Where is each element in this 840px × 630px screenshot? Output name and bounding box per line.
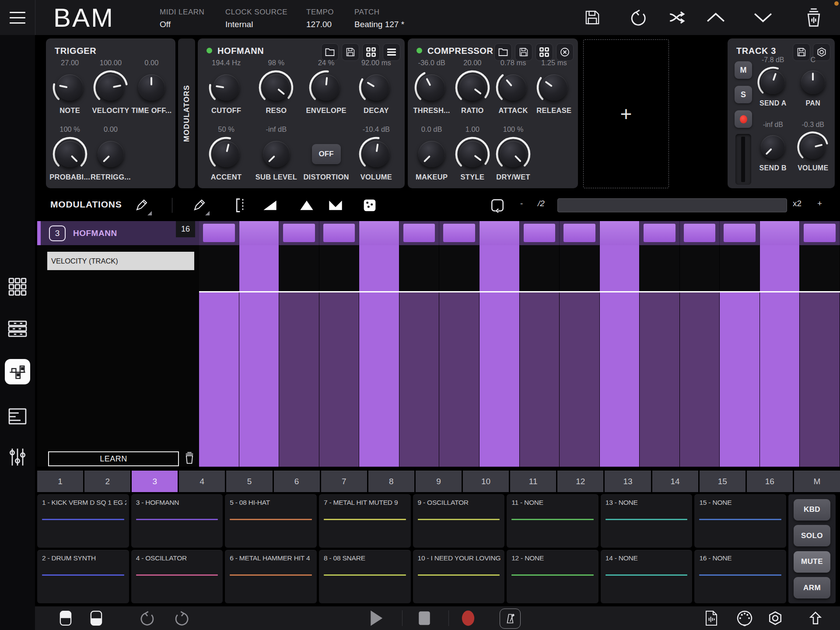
modulation-param-chip[interactable]: VELOCITY (TRACK): [47, 252, 194, 270]
knob-cutoff[interactable]: 194.4 HzCUTOFF: [208, 59, 245, 115]
track-pad-4-oscillator[interactable]: 4 - OSCILLATOR: [131, 550, 223, 603]
knob-retrigg[interactable]: 0.00RETRIGG...: [91, 125, 131, 181]
metronome-button[interactable]: [500, 609, 521, 629]
redo-icon[interactable]: [172, 609, 191, 627]
knob-reso[interactable]: 98 %RESO: [258, 59, 294, 115]
mod-step-13[interactable]: [680, 221, 720, 245]
pattern-cell-6[interactable]: 6: [274, 471, 320, 492]
velocity-bar-6[interactable]: [399, 245, 440, 467]
save-icon[interactable]: [582, 7, 603, 28]
mod-step-7[interactable]: [439, 221, 480, 245]
mod-step-9[interactable]: [520, 221, 560, 245]
collapse-down-icon[interactable]: [752, 7, 774, 28]
mod-step-10[interactable]: [560, 221, 600, 245]
loop-length-plus[interactable]: +: [817, 199, 822, 208]
undo-icon[interactable]: [629, 7, 650, 28]
loop-length-minus[interactable]: -: [520, 199, 523, 208]
audio-file-icon[interactable]: [702, 609, 721, 627]
velocity-bar-2[interactable]: [239, 245, 280, 467]
mod-step-3[interactable]: [279, 221, 319, 245]
paste-range-icon[interactable]: [232, 197, 250, 214]
velocity-bar-11[interactable]: [600, 245, 640, 467]
knob-send-b[interactable]: -inf dBSEND B: [756, 121, 790, 172]
velocity-bar-16[interactable]: [800, 245, 840, 467]
pattern-cell-16[interactable]: 16: [747, 471, 793, 492]
empty-device-slot[interactable]: +: [583, 39, 669, 188]
pattern-cell-10[interactable]: 10: [463, 471, 509, 492]
mod-step-6[interactable]: [399, 221, 440, 245]
pattern-cell-5[interactable]: 5: [226, 471, 272, 492]
knob-attack[interactable]: 0.78 msATTACK: [495, 59, 532, 115]
lane-trash-icon[interactable]: [182, 450, 197, 466]
velocity-bar-14[interactable]: [720, 245, 760, 467]
track-pad-12-none[interactable]: 12 - NONE: [507, 550, 598, 603]
knob-decay[interactable]: 92.00 msDECAY: [358, 59, 395, 115]
track-pad-13-none[interactable]: 13 - NONE: [601, 494, 693, 548]
export-icon[interactable]: [806, 609, 825, 627]
sidebar-item-tracks-view[interactable]: [0, 401, 35, 432]
knob-send-a[interactable]: -7.8 dBSEND A: [756, 56, 790, 107]
velocity-reference-line[interactable]: [199, 291, 840, 292]
track-pad-15-none[interactable]: 15 - NONE: [694, 494, 786, 548]
shuffle-icon[interactable]: [666, 7, 687, 28]
mod-step-14[interactable]: [720, 221, 760, 245]
knob-sub-level[interactable]: -inf dBSUB LEVEL: [256, 125, 297, 181]
arm-button[interactable]: ARM: [794, 577, 830, 598]
mod-step-11[interactable]: [600, 221, 640, 245]
collapse-up-icon[interactable]: [705, 7, 726, 28]
knob-accent[interactable]: 50 %ACCENT: [208, 125, 245, 181]
track-pad-2-drum-synth[interactable]: 2 - DRUM SYNTH: [37, 550, 129, 603]
draw-icon[interactable]: [133, 197, 150, 214]
knob-dry-wet[interactable]: 100 %DRY/WET: [495, 125, 532, 181]
hamburger-menu-icon[interactable]: [0, 0, 35, 35]
loop-length-divide[interactable]: /2: [538, 199, 545, 208]
distortion-off-button[interactable]: OFF: [312, 144, 341, 164]
track-pad-16-none[interactable]: 16 - NONE: [694, 550, 786, 603]
pattern-cell-12[interactable]: 12: [557, 471, 603, 492]
mod-step-4[interactable]: [319, 221, 360, 245]
knob-note[interactable]: 27.00NOTE: [52, 59, 88, 115]
velocity-bar-12[interactable]: [640, 245, 680, 467]
track-pad-14-none[interactable]: 14 - NONE: [601, 550, 693, 603]
kbd-button[interactable]: KBD: [794, 499, 830, 521]
loop-length-multiply[interactable]: x2: [793, 199, 802, 208]
velocity-bar-15[interactable]: [760, 245, 800, 467]
velocity-bar-3[interactable]: [279, 245, 319, 467]
track-pad-3-hofmann[interactable]: 3 - HOFMANN: [131, 494, 223, 548]
knob-pan[interactable]: CPAN: [796, 56, 830, 107]
pattern-cell-15[interactable]: 15: [700, 471, 746, 492]
mod-step-8[interactable]: [480, 221, 520, 245]
save-icon[interactable]: [342, 43, 359, 61]
layout-bottom-icon[interactable]: [87, 609, 106, 627]
velocity-bar-8[interactable]: [480, 245, 520, 467]
sidebar-item-patterns-view[interactable]: [0, 313, 35, 345]
pattern-cell-3[interactable]: 3: [132, 471, 178, 492]
layout-top-icon[interactable]: [56, 609, 75, 627]
track-pad-1-kick-verm-d-sq-1-eg-2[interactable]: 1 - KICK VERM D SQ 1 EG 2: [37, 494, 129, 548]
sidebar-item-pads-view[interactable]: [0, 271, 35, 303]
knob-release[interactable]: 1.25 msRELEASE: [536, 59, 572, 115]
menu-icon[interactable]: [383, 43, 400, 61]
knob-thresh[interactable]: -36.0 dBTHRESH...: [413, 59, 450, 115]
valley-icon[interactable]: [327, 197, 344, 214]
midi-icon[interactable]: [735, 609, 754, 627]
knob-volume[interactable]: -0.3 dBVOLUME: [796, 121, 830, 172]
loop-range-slider[interactable]: [557, 198, 787, 212]
trash-icon[interactable]: [803, 7, 824, 28]
sidebar-item-mixer-view[interactable]: [0, 441, 35, 473]
knob-makeup[interactable]: 0.0 dBMAKEUP: [413, 125, 450, 181]
knob-ratio[interactable]: 20.00RATIO: [454, 59, 491, 115]
modulators-tab[interactable]: MODULATORS: [178, 39, 195, 188]
velocity-bar-10[interactable]: [560, 245, 600, 467]
draw-alt-icon[interactable]: [190, 197, 208, 214]
velocity-bar-13[interactable]: [680, 245, 720, 467]
track-solo-button[interactable]: S: [735, 86, 752, 103]
pattern-cell-4[interactable]: 4: [179, 471, 225, 492]
track-pad-7-metal-hit-muted-9[interactable]: 7 - METAL HIT MUTED 9: [319, 494, 411, 548]
mod-step-12[interactable]: [640, 221, 680, 245]
grid-icon[interactable]: [362, 43, 380, 61]
knob-velocity[interactable]: 100.00VELOCITY: [92, 59, 130, 115]
undo-icon[interactable]: [138, 609, 158, 627]
knob-envelope[interactable]: 24 %ENVELOPE: [306, 59, 346, 115]
dice-icon[interactable]: [361, 197, 378, 214]
